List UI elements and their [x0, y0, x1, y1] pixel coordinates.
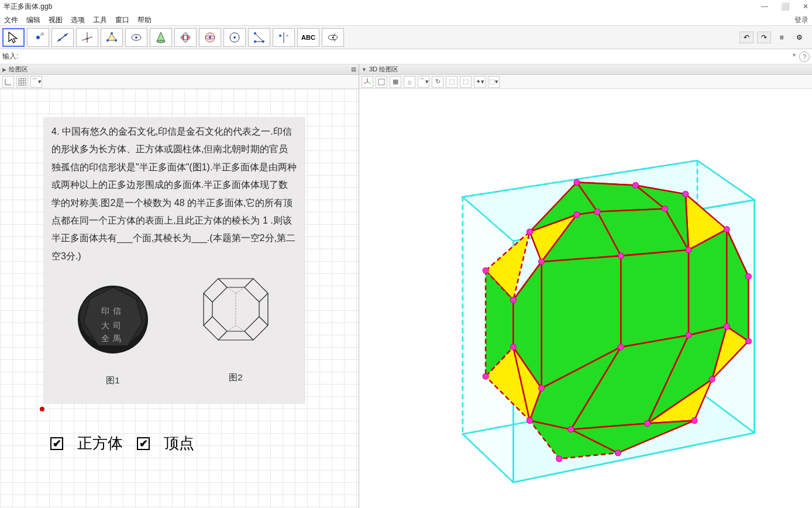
input-field[interactable]: [20, 51, 790, 63]
tool-point[interactable]: A: [27, 28, 49, 47]
svg-line-64: [364, 82, 367, 84]
sphere-icon: [204, 31, 216, 44]
tool-polygon[interactable]: [101, 28, 123, 47]
settings-button[interactable]: ⚙: [792, 32, 806, 43]
tool-plane[interactable]: [223, 28, 246, 47]
svg-line-60: [227, 325, 236, 331]
menu-options[interactable]: 选项: [67, 14, 89, 24]
tool-sphere[interactable]: [199, 28, 221, 47]
svg-point-121: [556, 456, 562, 462]
reflect-icon: [277, 31, 290, 44]
tool-move[interactable]: [2, 28, 25, 47]
tool-text[interactable]: ABC: [297, 28, 319, 47]
menu-help[interactable]: 帮助: [133, 14, 156, 24]
input-help-button[interactable]: ?: [799, 52, 810, 62]
view-direction[interactable]: ⬚: [446, 76, 457, 88]
snap-3d[interactable]: ⌒▾: [418, 76, 429, 88]
svg-line-57: [227, 287, 236, 293]
svg-line-53: [218, 331, 227, 340]
svg-point-129: [539, 385, 545, 391]
svg-point-18: [187, 36, 189, 39]
tool-reflect[interactable]: [273, 28, 295, 47]
tool-perpendicular[interactable]: [76, 28, 98, 47]
point-icon: A: [32, 31, 44, 44]
tool-intersect[interactable]: [174, 28, 197, 47]
svg-point-114: [745, 338, 751, 344]
svg-line-54: [204, 317, 212, 325]
window-minimize[interactable]: —: [761, 2, 768, 11]
grid-3d-toggle[interactable]: [376, 76, 387, 88]
menu-tools[interactable]: 工具: [89, 14, 111, 24]
panel-graphics-2d: ▶ 绘图区 ⊠ ⌒▾ 4. 中国有悠久的金石文化,印信是金石文化的代表之一.印信…: [0, 64, 359, 508]
angle-icon: [253, 31, 266, 44]
panel-close-2d[interactable]: ⊠: [351, 66, 356, 73]
svg-point-116: [709, 376, 715, 382]
svg-point-29: [286, 35, 288, 37]
help-icon: ?: [803, 53, 806, 60]
snap-toggle[interactable]: ⌒▾: [30, 76, 42, 88]
menu-view[interactable]: 视图: [44, 14, 67, 24]
svg-rect-34: [19, 78, 26, 85]
svg-point-133: [618, 253, 624, 259]
checkbox-cube[interactable]: ✔: [50, 437, 63, 450]
svg-line-52: [245, 331, 253, 340]
svg-point-123: [510, 344, 516, 350]
clipping[interactable]: ⬚: [460, 76, 472, 88]
tool-conic[interactable]: [150, 28, 172, 47]
problem-textbox: 4. 中国有悠久的金石文化,印信是金石文化的代表之一.印信的形状多为长方体、正方…: [43, 117, 305, 404]
undo-button[interactable]: ↶: [739, 32, 753, 43]
svg-point-14: [157, 40, 165, 43]
box-clip[interactable]: ⬚▾: [488, 76, 500, 88]
point-marker[interactable]: [40, 407, 44, 411]
redo-button[interactable]: ↷: [757, 32, 771, 43]
panel-header-3d[interactable]: ▼ 3D 绘图区: [359, 64, 812, 75]
graphics-canvas-3d[interactable]: [359, 89, 812, 508]
menu-file[interactable]: 文件: [0, 14, 22, 24]
graphics-canvas-2d[interactable]: 4. 中国有悠久的金石文化,印信是金石文化的代表之一.印信的形状多为长方体、正方…: [0, 89, 359, 508]
svg-point-3: [59, 39, 61, 41]
home-3d[interactable]: ⌂: [404, 76, 415, 88]
checkbox-cube-label: 正方体: [77, 433, 123, 454]
menu-login[interactable]: 登录: [790, 14, 812, 24]
polyhedron-wireframe: [195, 270, 277, 361]
plane-toggle[interactable]: ▦: [390, 76, 401, 88]
tool-rotate-view[interactable]: [322, 28, 344, 47]
rotate-3d[interactable]: ↻: [432, 76, 443, 88]
svg-text:馬: 馬: [112, 334, 121, 343]
menu-window[interactable]: 窗口: [111, 14, 133, 24]
input-dropdown-icon[interactable]: ▾: [793, 52, 796, 62]
conic-icon: [154, 31, 167, 44]
svg-line-61: [236, 325, 245, 331]
svg-text:司: 司: [113, 321, 121, 330]
menu-edit[interactable]: 编辑: [22, 14, 44, 24]
file-name: 半正多面体.ggb: [4, 2, 52, 12]
tool-line[interactable]: [51, 28, 74, 47]
svg-point-118: [645, 421, 651, 427]
svg-text:信: 信: [113, 306, 121, 315]
panel-header-2d[interactable]: ▶ 绘图区 ⊠: [0, 64, 359, 75]
perpendicular-icon: [81, 31, 94, 44]
grid-toggle[interactable]: [16, 76, 28, 88]
svg-line-48: [218, 279, 227, 287]
tool-circle[interactable]: [125, 28, 147, 47]
tool-angle[interactable]: [248, 28, 270, 47]
svg-marker-103: [621, 250, 689, 347]
svg-point-115: [724, 324, 730, 329]
checkbox-vertex[interactable]: ✔: [137, 437, 150, 450]
axes-toggle[interactable]: [2, 76, 14, 88]
svg-point-9: [106, 39, 109, 42]
menu-button[interactable]: ≡: [775, 32, 789, 43]
svg-text:A: A: [40, 31, 44, 37]
checkbox-vertex-label: 顶点: [164, 433, 194, 454]
svg-point-130: [574, 212, 580, 218]
caption-2: 图2: [186, 369, 285, 386]
window-close[interactable]: ✕: [803, 2, 808, 11]
window-maximize[interactable]: ⬜: [781, 2, 790, 11]
svg-point-128: [539, 259, 545, 265]
svg-point-136: [618, 344, 624, 350]
axes-3d-toggle[interactable]: [362, 76, 373, 88]
svg-line-55: [204, 293, 212, 302]
rotate-view-icon: [326, 31, 339, 44]
text-icon: ABC: [301, 34, 315, 41]
projection[interactable]: ✦▾: [474, 76, 486, 88]
